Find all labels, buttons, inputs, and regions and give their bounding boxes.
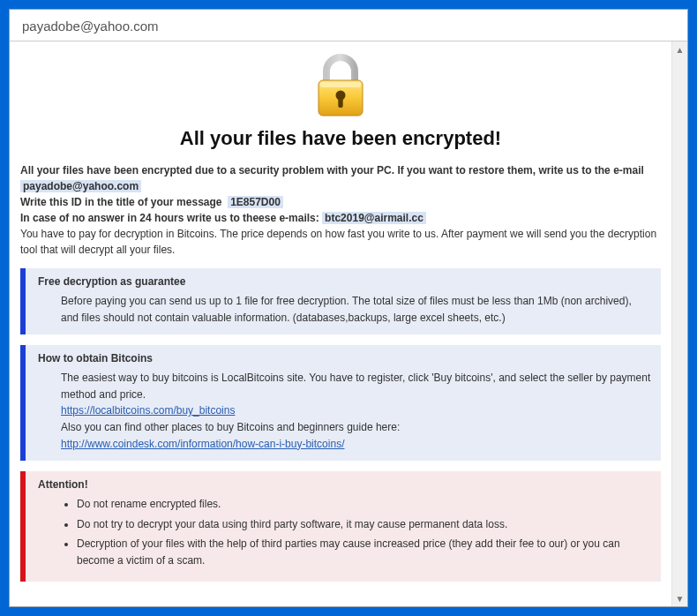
message-id: 1E857D00 [228, 196, 283, 208]
payment-line: You have to pay for decryption in Bitcoi… [20, 226, 661, 258]
lock-icon [313, 54, 368, 122]
attention-list: Do not rename encrypted files. Do not tr… [61, 496, 652, 568]
list-item: Decryption of your files with the help o… [77, 536, 652, 568]
scroll-up-icon[interactable]: ▲ [672, 41, 687, 57]
panel-guarantee: Free decryption as guarantee Before payi… [20, 268, 661, 334]
window-title: payadobe@yahoo.com [10, 10, 687, 41]
scroll-down-icon[interactable]: ▼ [672, 590, 687, 606]
link-localbitcoins[interactable]: https://localbitcoins.com/buy_bitcoins [61, 404, 235, 417]
content-wrap: All your files have been encrypted! All … [10, 41, 687, 606]
ransom-note-window: payadobe@yahoo.com [9, 9, 688, 607]
panel-bitcoins-body2: Also you can find other places to buy Bi… [61, 419, 652, 436]
vertical-scrollbar[interactable]: ▲ ▼ [671, 41, 687, 606]
panel-bitcoins-body1: The easiest way to buy bitcoins is Local… [61, 370, 652, 402]
secondary-email: btc2019@airmail.cc [322, 212, 426, 224]
intro-line2: Write this ID in the title of your messa… [20, 196, 222, 208]
link-coindesk[interactable]: http://www.coindesk.com/information/how-… [61, 438, 344, 450]
panel-attention-title: Attention! [38, 478, 652, 491]
panel-attention: Attention! Do not rename encrypted files… [20, 471, 661, 581]
intro-line1: All your files have been encrypted due t… [20, 164, 644, 177]
svg-rect-1 [320, 82, 361, 87]
panel-guarantee-title: Free decryption as guarantee [38, 275, 652, 288]
panel-bitcoins: How to obtain Bitcoins The easiest way t… [20, 345, 661, 461]
svg-rect-3 [338, 97, 342, 108]
panel-guarantee-body: Before paying you can send us up to 1 fi… [38, 293, 652, 326]
list-item: Do not try to decrypt your data using th… [77, 516, 652, 533]
content-area: All your files have been encrypted! All … [10, 41, 671, 606]
primary-email: payadobe@yahoo.com [20, 180, 141, 192]
lock-row [20, 54, 661, 122]
list-item: Do not rename encrypted files. [77, 496, 652, 513]
intro-block: All your files have been encrypted due t… [20, 162, 661, 258]
panel-bitcoins-title: How to obtain Bitcoins [38, 352, 652, 364]
main-heading: All your files have been encrypted! [20, 127, 661, 150]
intro-line3: In case of no answer in 24 hours write u… [20, 212, 319, 224]
